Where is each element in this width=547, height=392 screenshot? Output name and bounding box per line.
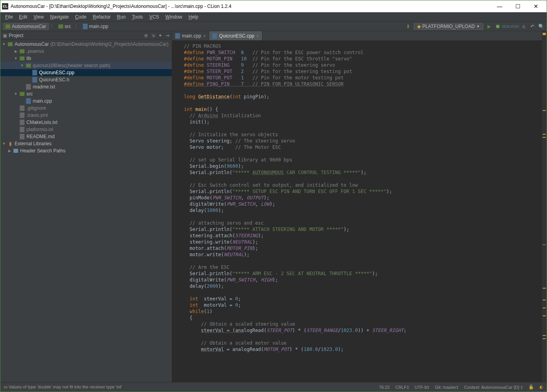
editor-gutter-overview[interactable] — [542, 31, 547, 382]
cpp-file-icon — [83, 24, 88, 29]
breadcrumb-src[interactable]: src — [56, 23, 73, 30]
tree-label: CMakeLists.txt — [26, 120, 58, 125]
menu-navigate[interactable]: Navigate — [47, 13, 72, 21]
tree-item-platformio-ini[interactable]: platformio.ini — [0, 126, 172, 133]
context-info[interactable]: Context: AutonomousCar [D] ‡ — [464, 385, 523, 390]
file-icon — [20, 127, 24, 132]
menu-code[interactable]: Code — [72, 13, 90, 21]
close-button[interactable]: ✕ — [527, 0, 545, 12]
file-icon — [20, 113, 24, 118]
hide-icon[interactable]: ⇥ — [165, 33, 169, 38]
breadcrumb-file[interactable]: main.cpp — [81, 23, 111, 30]
tree-item-CMakeLists-txt[interactable]: CMakeLists.txt — [0, 119, 172, 126]
chevron-right-icon: 〉 — [50, 24, 55, 29]
build-icon[interactable]: ⬇ — [405, 23, 411, 30]
file-encoding[interactable]: UTF-8‡ — [415, 385, 429, 390]
menu-bar: FileEditViewNavigateCodeRefactorRunTools… — [0, 12, 547, 22]
tree-item--gitignore[interactable]: .gitignore — [0, 105, 172, 112]
tree-label: quicrun1060esc — [33, 63, 66, 68]
hector-icon[interactable]: ◐ — [540, 384, 543, 390]
breadcrumb-root[interactable]: AutonomousCar — [3, 23, 49, 30]
cpp-file-icon — [32, 77, 37, 83]
project-tree[interactable]: ▼ AutonomousCar (D:\Ethan\Desktop\Workin… — [0, 40, 172, 382]
tree-label: readme.txt — [33, 84, 55, 90]
editor-tab-main-cpp[interactable]: main.cpp× — [172, 31, 209, 40]
lock-icon[interactable]: 🔓 — [528, 384, 534, 390]
collapse-icon[interactable]: ⇲ — [151, 33, 155, 38]
tree-item-quicrun1060esc[interactable]: ▼quicrun1060esc (header search path) — [0, 62, 172, 69]
menu-run[interactable]: Run — [114, 13, 129, 21]
menu-tools[interactable]: Tools — [129, 13, 146, 21]
menu-help[interactable]: Help — [185, 13, 202, 21]
run-config-label: PLATFORMIO_UPLOAD — [422, 24, 475, 29]
project-panel-header: ▣ Project ⊕ ⇲ ✦ ⇥ — [0, 31, 172, 40]
tree-label: lib — [26, 56, 31, 61]
editor-tab-QuicrunESC-cpp[interactable]: QuicrunESC.cpp× — [209, 31, 262, 40]
git-branch[interactable]: Git: master‡ — [435, 385, 459, 390]
tree-item-readme-txt[interactable]: readme.txt — [0, 83, 172, 90]
tree-label: External Libraries — [15, 141, 51, 146]
menu-edit[interactable]: Edit — [16, 13, 30, 21]
window-title: AutonomousCar - [D:\Ethan\Desktop\Workin… — [11, 4, 491, 9]
tree-item--pioenvs[interactable]: ▶.pioenvs — [0, 48, 172, 55]
expand-arrow-icon[interactable]: ▼ — [2, 142, 6, 146]
minimize-button[interactable]: — — [491, 0, 509, 12]
folder-icon — [58, 24, 63, 28]
warning-icon: ▭ — [4, 384, 7, 389]
platformio-icon: ◆ — [417, 24, 421, 29]
run-button[interactable]: ▶ — [486, 23, 492, 30]
search-icon[interactable]: 🔍 — [538, 23, 544, 30]
run-configuration-selector[interactable]: ◆ PLATFORMIO_UPLOAD ▼ — [414, 23, 483, 30]
expand-arrow-icon[interactable]: ▼ — [2, 42, 6, 46]
expand-arrow-icon[interactable]: ▼ — [14, 92, 18, 96]
line-separator[interactable]: CRLF‡ — [395, 385, 409, 390]
vcs-update-icon[interactable]: VCS↓ — [503, 23, 510, 30]
close-tab-icon[interactable]: × — [257, 34, 259, 38]
chevron-right-icon: 〉 — [74, 24, 80, 29]
tree-header-search-paths[interactable]: ▶ Header Search Paths — [0, 147, 172, 154]
menu-window[interactable]: Window — [162, 13, 185, 21]
tree-label: main.cpp — [33, 98, 52, 104]
tree-item-QuicrunESC-h[interactable]: QuicrunESC.h — [0, 76, 172, 83]
expand-arrow-icon[interactable]: ▶ — [14, 49, 18, 53]
tree-item-README-md[interactable]: README.md — [0, 133, 172, 140]
project-panel-title: Project — [9, 33, 23, 38]
menu-vcs[interactable]: VCS — [146, 13, 162, 21]
folder-icon — [26, 64, 31, 68]
expand-arrow-icon[interactable]: ▶ — [7, 149, 11, 153]
folder-icon — [20, 49, 24, 53]
tab-label: main.cpp — [182, 33, 201, 39]
cpp-file-icon — [32, 70, 37, 75]
vcs-commit-icon[interactable]: VCS↑ — [512, 23, 518, 30]
folder-icon — [6, 24, 10, 28]
editor-area: main.cpp×QuicrunESC.cpp× // PIN MACROS #… — [172, 31, 547, 382]
locate-icon[interactable]: ⊕ — [144, 33, 148, 38]
tree-root[interactable]: ▼ AutonomousCar (D:\Ethan\Desktop\Workin… — [0, 41, 172, 48]
cursor-position[interactable]: 76:22 — [379, 385, 390, 390]
expand-arrow-icon[interactable]: ▼ — [20, 64, 24, 68]
dropdown-arrow-icon: ▼ — [476, 24, 480, 28]
debug-button[interactable]: ⬢ — [495, 23, 501, 30]
tab-label: QuicrunESC.cpp — [219, 33, 254, 39]
breadcrumb-label: src — [65, 24, 71, 29]
expand-arrow-icon[interactable]: ▼ — [14, 56, 18, 60]
menu-file[interactable]: File — [2, 13, 16, 21]
menu-refactor[interactable]: Refactor — [90, 13, 114, 21]
tree-external-libs[interactable]: ▼ ▮ External Libraries — [0, 140, 172, 147]
tree-item-src[interactable]: ▼src — [0, 90, 172, 98]
history-icon[interactable]: ⎌ — [521, 23, 527, 30]
project-tool-window: ▣ Project ⊕ ⇲ ✦ ⇥ ▼ AutonomousCar (D:\Et… — [0, 31, 172, 382]
menu-view[interactable]: View — [30, 13, 47, 21]
tree-item-QuicrunESC-cpp[interactable]: QuicrunESC.cpp — [0, 69, 172, 76]
undo-icon[interactable]: ↶ — [529, 23, 536, 30]
close-tab-icon[interactable]: × — [203, 34, 206, 38]
code-editor[interactable]: // PIN MACROS #define PWR_SWITCH 8 // Pi… — [172, 41, 547, 382]
tree-item--travis-yml[interactable]: .travis.yml — [0, 112, 172, 119]
tree-item-main-cpp[interactable]: main.cpp — [0, 98, 172, 105]
gear-icon[interactable]: ✦ — [158, 33, 162, 38]
tree-label: src — [26, 91, 33, 97]
tree-item-lib[interactable]: ▼lib — [0, 55, 172, 62]
file-icon — [20, 105, 24, 111]
maximize-button[interactable]: ☐ — [509, 0, 527, 12]
file-icon — [20, 120, 24, 125]
